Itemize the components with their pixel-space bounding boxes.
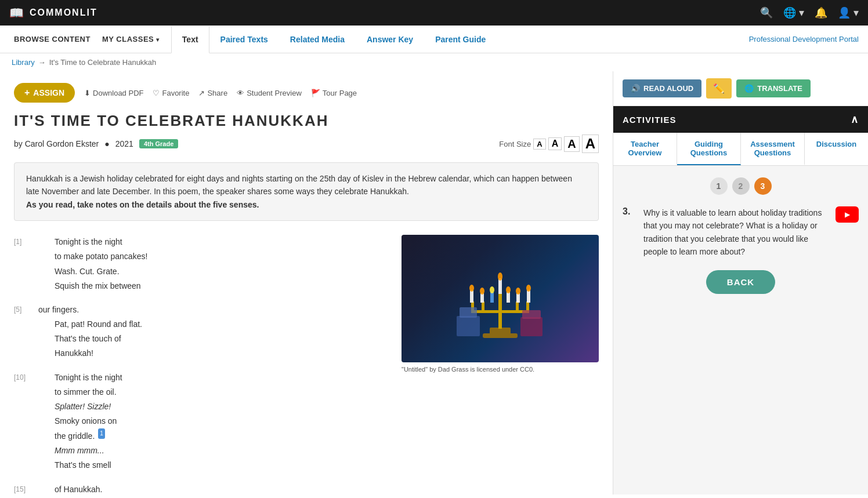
question-numbers: 1 2 3 xyxy=(623,177,859,195)
top-navigation: 📖 COMMONLIT 🔍 🌐 ▾ 🔔 👤 ▾ xyxy=(0,0,868,26)
share-link[interactable]: ↗ Share xyxy=(198,89,227,97)
text-title: IT'S TIME TO CELEBRATE HANUKKAH xyxy=(14,112,599,130)
svg-rect-25 xyxy=(520,317,542,336)
logo[interactable]: 📖 COMMONLIT xyxy=(9,6,97,20)
pencil-button[interactable]: ✏️ xyxy=(706,78,732,99)
tab-assessment-questions[interactable]: Assessment Questions xyxy=(741,133,805,165)
font-size-small[interactable]: A xyxy=(533,139,545,150)
menorah-svg xyxy=(454,252,547,345)
question-num-2[interactable]: 2 xyxy=(732,177,750,195)
search-icon[interactable]: 🔍 xyxy=(760,6,773,19)
svg-point-19 xyxy=(498,272,502,281)
activities-header: ACTIVITIES ∧ xyxy=(613,106,868,133)
speaker-icon: 🔊 xyxy=(631,84,640,93)
line-num-10: [10] xyxy=(14,370,31,473)
question-text: Why is it valuable to learn about holida… xyxy=(643,206,829,259)
intro-box: Hanukkah is a Jewish holiday celebrated … xyxy=(14,162,599,221)
content-tabs: Text Paired Texts Related Media Answer K… xyxy=(171,26,497,53)
assign-button[interactable]: ASSIGN xyxy=(14,83,75,103)
bell-icon[interactable]: 🔔 xyxy=(815,6,827,19)
question-number-label: 3. xyxy=(623,206,636,259)
svg-point-17 xyxy=(480,288,484,295)
tab-related-media[interactable]: Related Media xyxy=(279,26,356,53)
svg-rect-24 xyxy=(460,307,477,318)
pencil-icon: ✏️ xyxy=(713,83,725,93)
question-num-1[interactable]: 1 xyxy=(710,177,728,195)
font-size-label: Font Size xyxy=(499,140,531,148)
user-icon[interactable]: 👤 ▾ xyxy=(838,6,859,19)
favorite-link[interactable]: ♡ Favorite xyxy=(153,89,189,97)
share-icon: ↗ xyxy=(198,89,205,97)
collapse-chevron[interactable]: ∧ xyxy=(851,113,859,126)
year: 2021 xyxy=(115,139,133,148)
meta-row: by Carol Gordon Ekster ● 2021 4th Grade … xyxy=(14,135,599,153)
activity-content: 1 2 3 3. Why is it valuable to learn abo… xyxy=(613,166,868,495)
svg-point-20 xyxy=(506,286,511,293)
question-num-3[interactable]: 3 xyxy=(754,177,772,195)
tab-answer-key[interactable]: Answer Key xyxy=(356,26,424,53)
line-num-5: [5] xyxy=(14,303,31,361)
svg-point-22 xyxy=(526,285,531,292)
tour-page-link[interactable]: 🚩 Tour Page xyxy=(311,89,357,97)
grade-badge: 4th Grade xyxy=(139,139,178,148)
back-button-area: BACK xyxy=(623,270,859,294)
main-nav-links: BROWSE CONTENT MY CLASSES ▾ Text Paired … xyxy=(9,26,497,53)
tab-text[interactable]: Text xyxy=(171,26,209,53)
action-bar: ASSIGN ⬇ Download PDF ♡ Favorite ↗ Share… xyxy=(14,83,599,103)
svg-rect-12 xyxy=(498,278,502,294)
activity-tabs: Teacher Overview Guiding Questions Asses… xyxy=(613,133,868,166)
footnote-1[interactable]: 1 xyxy=(98,428,105,439)
poem-image-area: "Untitled" by Dad Grass is licensed unde… xyxy=(402,235,599,495)
breadcrumb-library[interactable]: Library xyxy=(12,58,35,67)
download-icon: ⬇ xyxy=(84,89,91,97)
author: by Carol Gordon Ekster xyxy=(14,139,99,148)
stanza-3: [10] Tonight is the night to simmer the … xyxy=(14,370,390,473)
browse-content-button[interactable]: BROWSE CONTENT xyxy=(9,32,95,46)
svg-rect-2 xyxy=(498,293,502,329)
tab-guiding-questions[interactable]: Guiding Questions xyxy=(677,133,741,165)
tab-paired-texts[interactable]: Paired Texts xyxy=(209,26,279,53)
poem-text: [1] Tonight is the night to make potato … xyxy=(14,235,390,495)
intro-text: Hanukkah is a Jewish holiday celebrated … xyxy=(26,172,587,198)
intro-note: As you read, take notes on the details a… xyxy=(26,198,587,211)
svg-point-18 xyxy=(490,286,494,293)
pro-portal-link[interactable]: Professional Development Portal xyxy=(749,35,859,43)
stanza-1: [1] Tonight is the night to make potato … xyxy=(14,235,390,293)
breadcrumb-separator: → xyxy=(38,58,46,67)
font-size-medium[interactable]: A xyxy=(548,137,562,150)
font-size-xlarge[interactable]: A xyxy=(582,135,599,153)
my-classes-button[interactable]: MY CLASSES ▾ xyxy=(97,32,164,46)
student-preview-link[interactable]: 👁 Student Preview xyxy=(237,89,302,97)
breadcrumb-current: It's Time to Celebrate Hanukkah xyxy=(49,58,157,67)
poem-area: [1] Tonight is the night to make potato … xyxy=(14,235,599,495)
hanukkah-image xyxy=(402,235,599,362)
image-caption: "Untitled" by Dad Grass is licensed unde… xyxy=(402,366,599,373)
svg-point-21 xyxy=(516,288,520,295)
svg-rect-26 xyxy=(522,310,541,319)
line-num-1: [1] xyxy=(14,235,31,293)
heart-icon: ♡ xyxy=(153,89,160,97)
read-aloud-button[interactable]: 🔊 READ ALOUD xyxy=(623,79,701,97)
globe-translate-icon: 🌐 xyxy=(744,84,754,93)
tab-teacher-overview[interactable]: Teacher Overview xyxy=(613,133,677,165)
youtube-icon[interactable] xyxy=(836,206,859,223)
eye-icon: 👁 xyxy=(237,89,244,97)
tab-discussion[interactable]: Discussion xyxy=(805,133,868,165)
translate-button[interactable]: 🌐 TRANSLATE xyxy=(736,79,811,97)
svg-rect-23 xyxy=(457,316,480,336)
stanza-4: [15] of Hanukkah. Tonight is the night t… xyxy=(14,482,390,495)
line-num-15: [15] xyxy=(14,482,31,495)
tab-parent-guide[interactable]: Parent Guide xyxy=(424,26,497,53)
logo-icon: 📖 xyxy=(9,6,25,20)
meta-dot: ● xyxy=(104,139,109,148)
back-button[interactable]: BACK xyxy=(706,270,775,294)
font-size-area: Font Size A A A A xyxy=(499,135,599,153)
svg-point-16 xyxy=(469,285,474,292)
svg-rect-15 xyxy=(527,290,530,303)
globe-icon[interactable]: 🌐 ▾ xyxy=(783,6,804,19)
font-size-large[interactable]: A xyxy=(564,136,579,152)
main-layout: ASSIGN ⬇ Download PDF ♡ Favorite ↗ Share… xyxy=(0,71,868,495)
panel-top-buttons: 🔊 READ ALOUD ✏️ 🌐 TRANSLATE xyxy=(613,71,868,106)
second-navigation: BROWSE CONTENT MY CLASSES ▾ Text Paired … xyxy=(0,26,868,53)
download-pdf-link[interactable]: ⬇ Download PDF xyxy=(84,89,143,97)
